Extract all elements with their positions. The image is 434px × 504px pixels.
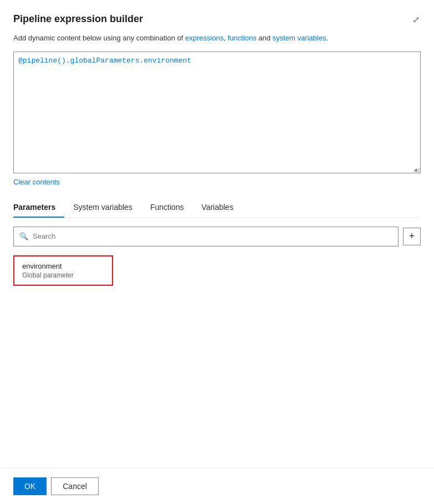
tabs-container: Parameters System variables Functions Va… [13,197,421,218]
tab-parameters[interactable]: Parameters [13,197,64,217]
desc-prefix: Add dynamic content below using any comb… [13,34,185,42]
search-row: 🔍 + [13,227,421,246]
expression-editor[interactable]: @pipeline().globalParameters.environment… [13,52,421,173]
functions-link[interactable]: functions [228,34,257,42]
dialog-header: Pipeline expression builder ⤢ [13,13,421,26]
add-parameter-button[interactable]: + [403,228,421,245]
expand-icon[interactable]: ⤢ [411,13,421,26]
parameter-name: environment [22,262,104,270]
clear-contents-link[interactable]: Clear contents [13,178,421,186]
search-box: 🔍 [13,227,399,246]
parameter-item[interactable]: environment Global parameter [13,255,113,286]
cancel-button[interactable]: Cancel [51,477,99,495]
tab-functions[interactable]: Functions [141,197,193,217]
tab-system-variables[interactable]: System variables [64,197,141,217]
pipeline-expression-builder-dialog: Pipeline expression builder ⤢ Add dynami… [0,0,434,504]
expression-content: @pipeline().globalParameters.environment [18,56,191,65]
search-input[interactable] [33,232,392,240]
desc-suffix: . [326,34,328,42]
parameter-type: Global parameter [22,271,104,279]
resize-handle[interactable]: ◢ [413,166,419,172]
expressions-link[interactable]: expressions [185,34,223,42]
dialog-description: Add dynamic content below using any comb… [13,33,421,44]
ok-button[interactable]: OK [13,477,47,495]
dialog-title: Pipeline expression builder [13,13,143,25]
tab-variables[interactable]: Variables [193,197,242,217]
dialog-footer: OK Cancel [0,468,434,504]
desc-sep1: , [223,34,227,42]
desc-sep2: and [257,34,273,42]
search-icon: 🔍 [19,232,28,240]
parameters-list: environment Global parameter [13,255,421,290]
system-variables-link[interactable]: system variables [273,34,326,42]
